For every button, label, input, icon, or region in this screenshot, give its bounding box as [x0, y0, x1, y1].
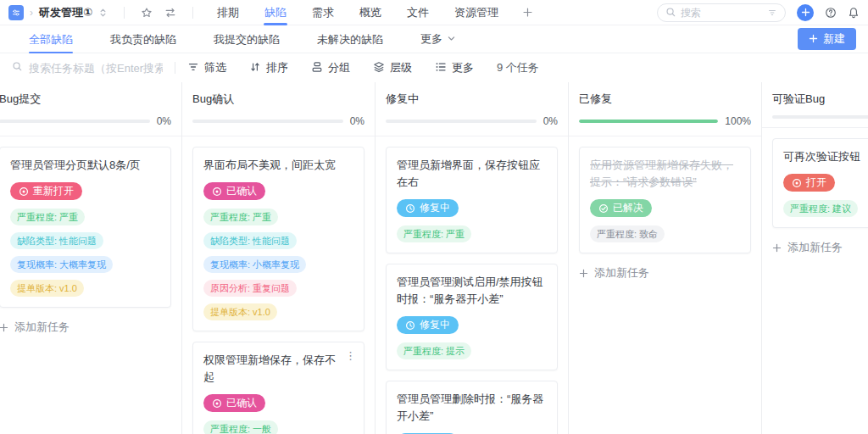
- layers-icon: [373, 61, 385, 75]
- group-icon: [311, 61, 323, 75]
- column-bug-submitted: Bug提交0%管理员管理分页默认8条/页重新打开严重程度: 严重缺陷类型: 性能…: [0, 82, 182, 434]
- column-progress: [772, 115, 868, 119]
- progress-percent-label: 0%: [157, 115, 171, 127]
- sort-button[interactable]: 排序: [249, 60, 288, 75]
- field-tag: 严重程度: 严重: [397, 225, 471, 242]
- column-header: 修复中0%: [376, 82, 568, 136]
- global-search-input[interactable]: [681, 7, 763, 19]
- swap-icon[interactable]: [164, 7, 176, 19]
- kebab-menu-icon[interactable]: ⋮: [345, 350, 356, 362]
- clock-icon: [405, 203, 415, 214]
- group-button-label: 分组: [328, 60, 350, 75]
- column-body: 管理员管理分页默认8条/页重新打开严重程度: 严重缺陷类型: 性能问题复现概率:…: [0, 136, 181, 347]
- add-tab-icon[interactable]: [522, 7, 533, 18]
- column-progress: 0%: [386, 115, 558, 127]
- progress-percent-label: 100%: [725, 115, 751, 127]
- app-topbar: › 研发管理① 排期缺陷需求概览文件资源管理: [0, 0, 868, 25]
- task-title: 管理员管理分页默认8条/页: [10, 157, 160, 174]
- task-title: 管理员新增界面，保存按钮应在右: [397, 157, 547, 191]
- view-tabs-more[interactable]: 更多: [420, 31, 456, 47]
- tab-requirements[interactable]: 需求: [312, 0, 334, 25]
- view-tab-my-assigned[interactable]: 我负责的缺陷: [110, 25, 176, 53]
- tab-schedule[interactable]: 排期: [217, 0, 239, 25]
- add-task-label: 添加新任务: [787, 240, 843, 255]
- column-header: Bug确认0%: [182, 82, 375, 136]
- task-card[interactable]: 界面布局不美观，间距太宽已确认严重程度: 严重缺陷类型: 性能问题复现概率: 小…: [192, 147, 364, 331]
- tab-overview[interactable]: 概览: [359, 0, 381, 25]
- task-tags: 严重程度: 一般: [203, 420, 353, 434]
- status-pill[interactable]: 修复中: [397, 199, 459, 217]
- filter-button[interactable]: 筛选: [187, 60, 226, 75]
- add-task-button[interactable]: 添加新任务: [772, 238, 868, 267]
- status-label: 打开: [806, 175, 826, 190]
- status-label: 重新打开: [33, 184, 74, 198]
- add-task-button[interactable]: 添加新任务: [579, 264, 751, 292]
- status-pill[interactable]: 修复中: [397, 316, 459, 334]
- task-card[interactable]: 权限管理新增保存，保存不起⋮已确认严重程度: 一般: [192, 342, 364, 434]
- field-tag: 严重程度: 建议: [783, 200, 858, 217]
- column-body: 界面布局不美观，间距太宽已确认严重程度: 严重缺陷类型: 性能问题复现概率: 小…: [182, 136, 375, 434]
- group-button[interactable]: 分组: [311, 60, 350, 75]
- progress-bar: [192, 120, 343, 123]
- project-switch-carets-icon[interactable]: [98, 8, 108, 18]
- column-header: 已修复100%: [569, 82, 761, 136]
- new-task-button[interactable]: 新建: [798, 28, 856, 50]
- task-tags: 严重程度: 建议: [783, 200, 868, 217]
- add-task-button[interactable]: 添加新任务: [0, 318, 171, 347]
- task-search-input[interactable]: [29, 62, 163, 75]
- star-icon[interactable]: [141, 7, 153, 19]
- sort-icon: [249, 61, 261, 75]
- sort-button-label: 排序: [266, 60, 288, 75]
- view-tab-my-submitted[interactable]: 我提交的缺陷: [214, 25, 280, 53]
- hierarchy-button[interactable]: 层级: [373, 60, 412, 75]
- clock-icon: [405, 320, 415, 331]
- status-pill[interactable]: 重新打开: [10, 182, 82, 200]
- status-pill[interactable]: 已确认: [203, 182, 265, 200]
- progress-percent-label: 0%: [350, 115, 364, 127]
- filter-icon: [187, 61, 199, 75]
- search-icon: [12, 60, 23, 75]
- chevron-right-icon: ›: [30, 7, 33, 19]
- status-pill[interactable]: 打开: [783, 174, 835, 192]
- help-icon[interactable]: [825, 7, 837, 19]
- field-tag: 提单版本: v1.0: [203, 303, 277, 320]
- status-label: 已确认: [226, 184, 257, 198]
- view-tab-unresolved[interactable]: 未解决的缺陷: [317, 25, 383, 53]
- task-card[interactable]: 应用资源管理新增保存失败，提示：“请求参数错误”已解决严重程度: 致命: [579, 147, 751, 253]
- project-title[interactable]: 研发管理①: [39, 5, 92, 20]
- task-card[interactable]: 管理员新增界面，保存按钮应在右修复中严重程度: 严重: [386, 147, 558, 253]
- progress-bar: [772, 115, 868, 119]
- circle-dot-icon: [792, 178, 802, 188]
- field-tag: 原因分析: 重复问题: [203, 280, 297, 297]
- project-icon[interactable]: [8, 5, 24, 20]
- status-pill[interactable]: 已确认: [203, 394, 265, 412]
- filter-toolbar: 筛选排序分组层级更多 9 个任务: [0, 53, 868, 82]
- task-title: 管理员管理删除时报：“服务器开小差”: [397, 391, 547, 425]
- task-tags: 严重程度: 严重: [397, 225, 547, 242]
- chevron-down-icon: [447, 33, 456, 46]
- task-card[interactable]: 管理员管理测试启用/禁用按钮时报：“服务器开小差”修复中严重程度: 提示: [386, 264, 558, 370]
- field-tag: 严重程度: 一般: [203, 420, 278, 434]
- global-search[interactable]: [657, 3, 786, 22]
- bell-icon[interactable]: [848, 7, 860, 19]
- tab-resources[interactable]: 资源管理: [454, 0, 498, 25]
- search-filter-icon[interactable]: [767, 8, 777, 18]
- task-search[interactable]: [12, 60, 163, 75]
- task-card[interactable]: 管理员管理分页默认8条/页重新打开严重程度: 严重缺陷类型: 性能问题复现概率:…: [0, 147, 171, 308]
- status-pill[interactable]: 已解决: [590, 199, 652, 217]
- view-tabs: 全部缺陷我负责的缺陷我提交的缺陷未解决的缺陷: [29, 25, 420, 53]
- field-tag: 严重程度: 提示: [397, 342, 471, 359]
- circle-dot-icon: [212, 398, 222, 409]
- view-tab-all-defects[interactable]: 全部缺陷: [29, 25, 73, 53]
- more-button[interactable]: 更多: [435, 60, 474, 75]
- task-title: 界面布局不美观，间距太宽: [203, 157, 353, 174]
- tab-defects[interactable]: 缺陷: [264, 0, 287, 25]
- task-card[interactable]: 管理员管理删除时报：“服务器开小差”修复中严重程度: 严重: [386, 381, 558, 434]
- search-icon: [665, 7, 676, 18]
- create-button[interactable]: [797, 4, 814, 21]
- tab-files[interactable]: 文件: [407, 0, 429, 25]
- column-title: 修复中: [386, 92, 558, 107]
- column-fixed: 已修复100%应用资源管理新增保存失败，提示：“请求参数错误”已解决严重程度: …: [569, 82, 762, 434]
- column-title: 可验证Bug: [772, 92, 868, 107]
- task-card[interactable]: 可再次验证按钮打开严重程度: 建议: [772, 138, 868, 228]
